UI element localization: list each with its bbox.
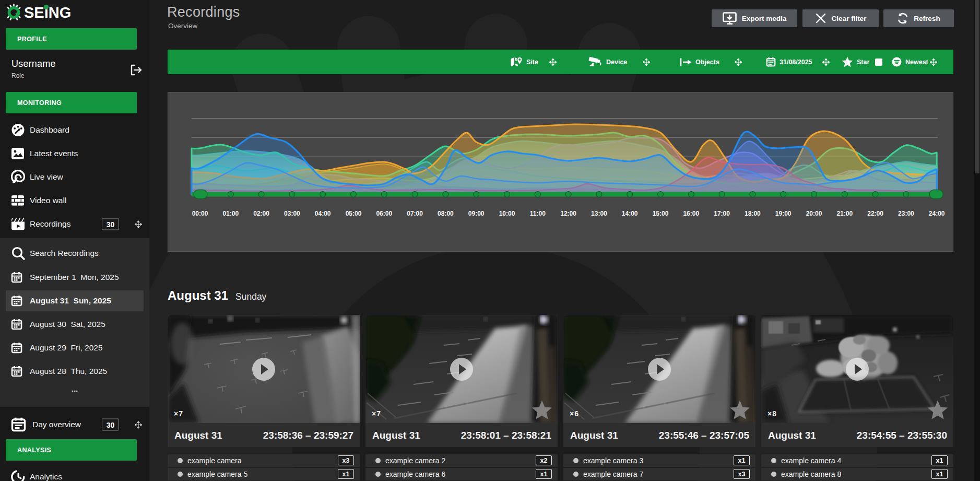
svg-text:20:00: 20:00 [806,210,822,217]
svg-text:07:00: 07:00 [407,210,423,217]
svg-text:13:00: 13:00 [591,210,607,217]
svg-text:17:00: 17:00 [714,210,730,217]
svg-text:09:00: 09:00 [468,210,485,217]
svg-text:08:00: 08:00 [438,210,454,217]
svg-text:11:00: 11:00 [530,210,546,217]
svg-text:16:00: 16:00 [683,210,699,217]
svg-text:10:00: 10:00 [499,210,515,217]
svg-text:01:00: 01:00 [222,210,239,217]
svg-text:23:00: 23:00 [898,210,914,217]
svg-text:04:00: 04:00 [315,210,331,217]
svg-text:24:00: 24:00 [929,210,945,217]
svg-text:12:00: 12:00 [560,210,576,217]
svg-text:14:00: 14:00 [622,210,638,217]
svg-text:18:00: 18:00 [745,210,761,217]
svg-text:03:00: 03:00 [284,210,300,217]
svg-text:22:00: 22:00 [867,210,883,217]
svg-text:00:00: 00:00 [192,210,208,217]
svg-text:15:00: 15:00 [653,210,669,217]
svg-text:02:00: 02:00 [253,210,269,217]
svg-text:19:00: 19:00 [775,210,792,217]
svg-text:21:00: 21:00 [836,210,853,217]
svg-text:05:00: 05:00 [346,210,362,217]
svg-text:06:00: 06:00 [376,210,392,217]
